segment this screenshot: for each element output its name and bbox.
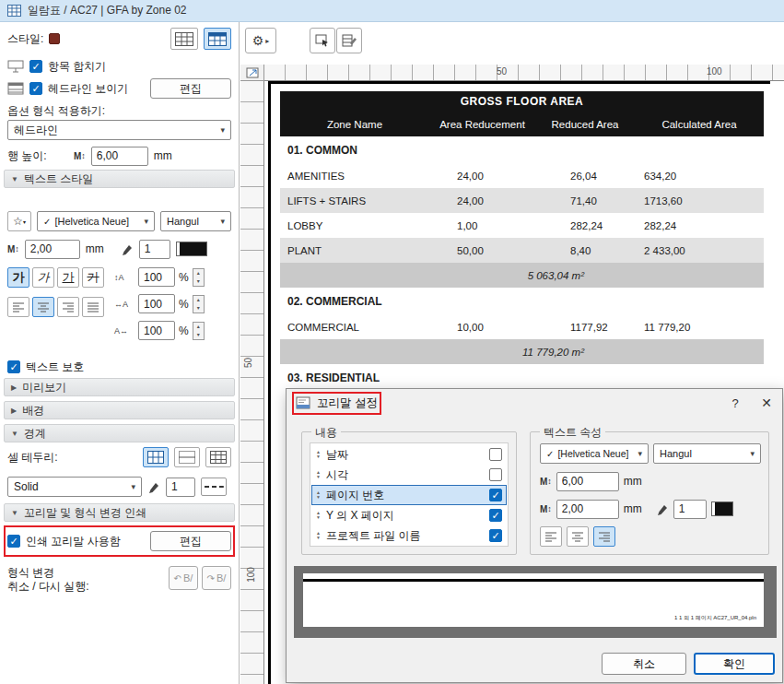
group-subtotal[interactable]: 11 779,20 m² bbox=[280, 339, 764, 364]
favorites-star-button[interactable]: ☆ ▾ bbox=[7, 211, 31, 231]
column-header-calculated-area[interactable]: Calculated Area bbox=[635, 112, 764, 136]
reorder-handle-icon[interactable]: ▲▼ bbox=[316, 470, 321, 479]
tracking-stepper[interactable]: ▴▾ bbox=[193, 322, 205, 340]
font-size-input[interactable] bbox=[25, 240, 80, 259]
cell-area-reducement[interactable]: 24,00 bbox=[429, 171, 535, 182]
footer-item-page-x-of-y[interactable]: ▲▼ Y 의 X 페이지 ✓ bbox=[311, 505, 507, 525]
footer-item-checkbox[interactable]: ✓ bbox=[489, 489, 502, 501]
strikethrough-button[interactable]: 가 bbox=[82, 267, 104, 288]
cell-calculated-area[interactable]: 1713,60 bbox=[635, 195, 764, 206]
spin-up-icon[interactable]: ▴ bbox=[193, 296, 204, 304]
text-style-section-header[interactable]: ▼ 텍스트 스타일 bbox=[4, 170, 235, 188]
cell-reduced-area[interactable]: 1177,92 bbox=[535, 322, 635, 333]
scheme-settings-button[interactable]: ⚙ ▸ bbox=[245, 28, 276, 53]
footer-edit-button[interactable]: 편집 bbox=[150, 531, 231, 551]
spin-up-icon[interactable]: ▴ bbox=[193, 269, 204, 277]
border-preset-grid-button[interactable] bbox=[205, 447, 231, 467]
reorder-handle-icon[interactable]: ▲▼ bbox=[316, 531, 321, 540]
group-heading[interactable]: 01. COMMON bbox=[280, 136, 764, 163]
footer-item-checkbox[interactable]: ✓ bbox=[489, 529, 502, 542]
cell-area-reducement[interactable]: 10,00 bbox=[429, 322, 535, 333]
italic-button[interactable]: 가 bbox=[32, 267, 54, 288]
underline-button[interactable]: 가 bbox=[57, 267, 79, 288]
table-style-headline-button[interactable] bbox=[204, 28, 231, 50]
help-button[interactable]: ? bbox=[720, 389, 751, 417]
column-header-area-reducement[interactable]: Area Reducement bbox=[429, 112, 535, 136]
footer-item-project-file[interactable]: ▲▼ 프로젝트 파일 이름 ✓ bbox=[311, 525, 507, 546]
cell-reduced-area[interactable]: 71,40 bbox=[535, 195, 635, 206]
table-row[interactable]: PLANT 50,00 8,40 2 433,00 bbox=[280, 238, 764, 263]
footer-color-swatch[interactable] bbox=[711, 501, 733, 516]
gfa-table[interactable]: GROSS FLOOR AREA Zone Name Area Reduceme… bbox=[280, 91, 764, 391]
cell-calculated-area[interactable]: 282,24 bbox=[635, 220, 764, 231]
dialog-font-script-dropdown[interactable]: Hangul ▾ bbox=[653, 443, 761, 464]
footer-item-checkbox[interactable]: ✓ bbox=[489, 468, 502, 481]
table-row[interactable]: LIFTS + STAIRS 24,00 71,40 1713,60 bbox=[280, 188, 764, 213]
horizontal-ruler[interactable]: 50 100 bbox=[264, 65, 784, 81]
text-protect-checkbox[interactable]: ✓ bbox=[7, 360, 20, 373]
font-family-dropdown[interactable]: ✓ [Helvetica Neue] ▾ bbox=[37, 211, 155, 231]
border-section-header[interactable]: ▼ 경계 bbox=[4, 424, 235, 442]
table-title[interactable]: GROSS FLOOR AREA bbox=[280, 91, 764, 112]
background-section-header[interactable]: ▶ 배경 bbox=[4, 401, 235, 419]
border-style-dropdown[interactable]: Solid ▾ bbox=[7, 477, 142, 497]
text-pen-input[interactable] bbox=[139, 240, 170, 259]
spin-down-icon[interactable]: ▾ bbox=[193, 277, 204, 286]
table-header-row[interactable]: Zone Name Area Reducement Reduced Area C… bbox=[280, 112, 764, 136]
text-color-swatch[interactable] bbox=[176, 242, 207, 256]
cell-area-reducement[interactable]: 50,00 bbox=[429, 245, 535, 256]
border-dash-pattern-button[interactable] bbox=[201, 478, 227, 496]
format-target-dropdown[interactable]: 헤드라인 ▾ bbox=[7, 120, 231, 140]
footer-items-list[interactable]: ▲▼ 날짜 ✓ ▲▼ 시각 ✓ ▲▼ 페이지 번호 ✓ ▲▼ Y 의 X 페이지 bbox=[310, 442, 509, 547]
spin-up-icon[interactable]: ▴ bbox=[193, 323, 204, 331]
footer-font-size-input[interactable] bbox=[556, 500, 619, 519]
table-row[interactable]: LOBBY 1,00 282,24 282,24 bbox=[280, 213, 764, 238]
cell-calculated-area[interactable]: 11 779,20 bbox=[635, 322, 764, 333]
headline-edit-button[interactable]: 편집 bbox=[150, 78, 231, 99]
bold-button[interactable]: 가 bbox=[7, 267, 29, 288]
row-height-input[interactable] bbox=[91, 147, 148, 166]
footer-item-time[interactable]: ▲▼ 시각 ✓ bbox=[311, 465, 507, 485]
footer-pen-input[interactable] bbox=[673, 500, 707, 519]
group-heading[interactable]: 03. RESIDENTIAL bbox=[280, 364, 764, 391]
align-left-button[interactable] bbox=[7, 297, 29, 317]
cell-reduced-area[interactable]: 26,04 bbox=[535, 171, 635, 182]
width-factor-stepper[interactable]: ▴▾ bbox=[193, 295, 205, 313]
footer-align-center-button[interactable] bbox=[567, 526, 589, 547]
footer-align-right-button[interactable] bbox=[593, 526, 615, 547]
ok-button[interactable]: 확인 bbox=[694, 653, 775, 675]
border-preset-all-button[interactable] bbox=[143, 447, 169, 467]
tracking-input[interactable] bbox=[138, 321, 175, 340]
footer-item-date[interactable]: ▲▼ 날짜 ✓ bbox=[311, 444, 507, 465]
cancel-button[interactable]: 취소 bbox=[602, 653, 686, 675]
cell-calculated-area[interactable]: 2 433,00 bbox=[635, 245, 764, 256]
align-center-button[interactable] bbox=[32, 297, 54, 317]
table-style-plain-button[interactable] bbox=[170, 28, 198, 50]
table-row[interactable]: AMENITIES 24,00 26,04 634,20 bbox=[280, 163, 764, 188]
dialog-font-family-dropdown[interactable]: ✓ [Helvetica Neue] ▾ bbox=[540, 443, 649, 464]
close-button[interactable]: ✕ bbox=[751, 389, 782, 417]
cell-reduced-area[interactable]: 8,40 bbox=[535, 245, 635, 256]
cell-zone-name[interactable]: LIFTS + STAIRS bbox=[280, 195, 429, 206]
cell-zone-name[interactable]: AMENITIES bbox=[280, 171, 429, 182]
cell-zone-name[interactable]: LOBBY bbox=[280, 220, 429, 231]
palette-title-bar[interactable]: 일람표 / AC27 | GFA by Zone 02 bbox=[0, 0, 784, 22]
column-header-zone-name[interactable]: Zone Name bbox=[280, 112, 429, 136]
align-justify-button[interactable] bbox=[82, 297, 104, 317]
column-header-reduced-area[interactable]: Reduced Area bbox=[535, 112, 635, 136]
cell-reduced-area[interactable]: 282,24 bbox=[535, 220, 635, 231]
reorder-handle-icon[interactable]: ▲▼ bbox=[316, 450, 321, 459]
reorder-handle-icon[interactable]: ▲▼ bbox=[316, 511, 321, 520]
cell-area-reducement[interactable]: 1,00 bbox=[429, 220, 535, 231]
footer-item-page-number[interactable]: ▲▼ 페이지 번호 ✓ bbox=[311, 485, 507, 505]
group-heading[interactable]: 02. COMMERCIAL bbox=[280, 288, 764, 314]
merge-items-checkbox[interactable]: ✓ bbox=[29, 60, 42, 73]
footer-section-header[interactable]: ▼ 꼬리말 및 형식 변경 인쇄 bbox=[4, 503, 235, 522]
cell-area-reducement[interactable]: 24,00 bbox=[429, 195, 535, 206]
format-undo-button[interactable]: ↶ B/ bbox=[169, 566, 198, 590]
width-factor-input[interactable] bbox=[138, 294, 175, 313]
reorder-handle-icon[interactable]: ▲▼ bbox=[316, 490, 321, 500]
vertical-ruler[interactable]: 50 100 bbox=[240, 81, 264, 684]
dialog-title-bar[interactable]: 꼬리말 설정 ? ✕ bbox=[287, 389, 782, 417]
cell-zone-name[interactable]: COMMERCIAL bbox=[280, 322, 429, 333]
